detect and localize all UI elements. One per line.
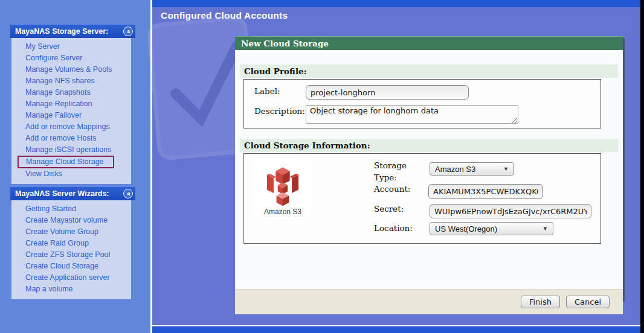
sidebar-item-view-disks[interactable]: View Disks: [11, 168, 131, 180]
cloud-storage-fieldset: Amazon S3 Storage Type: Amazon S3 ▼ Acco…: [243, 153, 601, 244]
secret-caption: Secret:: [374, 204, 404, 214]
sidebar-item-manage-replication[interactable]: Manage Replication: [11, 98, 131, 110]
sidebar: MayaNAS Storage Server: » My ServerConfi…: [0, 0, 150, 333]
cancel-button[interactable]: Cancel: [566, 296, 610, 308]
sidebar-section-wizards: MayaNAS Server Wizards: » Getting Starte…: [10, 186, 135, 299]
cloud-profile-fieldset: Label: Description: Object storage for l…: [243, 79, 601, 128]
dialog-body: Cloud Profile: Label: Description: Objec…: [235, 65, 623, 289]
sidebar-item-manage-nfs-shares[interactable]: Manage NFS shares: [11, 75, 131, 87]
sidebar-item-manage-iscsi-operations[interactable]: Manage iSCSI operations: [11, 144, 131, 156]
account-input[interactable]: [428, 184, 543, 199]
sidebar-item-add-or-remove-mappings[interactable]: Add or remove Mappings: [11, 121, 131, 133]
finish-button[interactable]: Finish: [521, 296, 560, 308]
sidebar-section-header[interactable]: MayaNAS Storage Server: »: [10, 24, 135, 38]
description-textarea[interactable]: Object storage for longhorn data: [306, 105, 518, 124]
sidebar-item-add-or-remove-hosts[interactable]: Add or remove Hosts: [11, 133, 131, 144]
sidebar-item-manage-snapshots[interactable]: Manage Snapshots: [11, 87, 131, 98]
sidebar-item-create-volume-group[interactable]: Create Volume Group: [11, 226, 131, 238]
sidebar-item-getting-started[interactable]: Getting Started: [11, 203, 131, 215]
main-content: Configured Cloud Accounts New Cloud Stor…: [152, 0, 640, 333]
sidebar-item-manage-failover[interactable]: Manage Failover: [11, 110, 131, 121]
amazon-s3-icon: [262, 166, 304, 206]
sidebar-items: My ServerConfigure ServerManage Volumes …: [11, 38, 131, 184]
location-select[interactable]: US West(Oregon) ▼: [430, 222, 553, 235]
location-caption: Location:: [374, 223, 413, 233]
sidebar-item-create-cloud-storage[interactable]: Create Cloud Storage: [11, 261, 131, 272]
location-value: US West(Oregon): [435, 224, 497, 233]
cloud-storage-info-heading: Cloud Storage Information:: [240, 139, 618, 152]
amazon-s3-caption: Amazon S3: [264, 208, 301, 216]
collapse-icon[interactable]: »: [123, 27, 133, 36]
sidebar-item-configure-server[interactable]: Configure Server: [11, 52, 131, 64]
new-cloud-storage-dialog: New Cloud Storage Cloud Profile: Label: …: [235, 36, 623, 300]
sidebar-item-my-server[interactable]: My Server: [11, 41, 131, 52]
sidebar-item-create-zfs-storage-pool[interactable]: Create ZFS Storage Pool: [11, 249, 131, 261]
sidebar-section-title: MayaNAS Server Wizards:: [15, 189, 109, 198]
sidebar-items: Getting StartedCreate Mayastor volumeCre…: [11, 200, 131, 299]
account-caption: Account:: [374, 184, 410, 194]
right-edge-strip: [640, 0, 644, 333]
sidebar-item-create-raid-group[interactable]: Create Raid Group: [11, 238, 131, 249]
dropdown-arrow-icon: ▼: [503, 166, 509, 172]
cloud-profile-heading: Cloud Profile:: [240, 65, 618, 78]
description-caption: Description:: [254, 106, 305, 116]
label-caption: Label:: [254, 86, 280, 96]
sidebar-section-header[interactable]: MayaNAS Server Wizards: »: [10, 186, 135, 200]
sidebar-item-map-a-volume[interactable]: Map a volume: [11, 284, 131, 295]
storage-type-select[interactable]: Amazon S3 ▼: [430, 162, 514, 176]
dropdown-arrow-icon: ▼: [543, 226, 548, 232]
dialog-footer: Finish Cancel: [235, 289, 623, 314]
collapse-icon[interactable]: »: [123, 189, 133, 198]
sidebar-item-create-mayastor-volume[interactable]: Create Mayastor volume: [11, 215, 131, 226]
sidebar-item-create-application-server[interactable]: Create Application server: [11, 272, 131, 284]
page-title: Configured Cloud Accounts: [161, 10, 288, 21]
storage-type-value: Amazon S3: [435, 165, 475, 174]
storage-type-caption: Storage Type:: [374, 160, 420, 183]
bottom-bar: [152, 326, 640, 333]
sidebar-item-manage-volumes-pools[interactable]: Manage Volumes & Pools: [11, 64, 131, 75]
sidebar-item-manage-cloud-storage[interactable]: Manage Cloud Storage: [18, 156, 114, 168]
sidebar-section-title: MayaNAS Storage Server:: [15, 27, 108, 36]
sidebar-section-storage-server: MayaNAS Storage Server: » My ServerConfi…: [10, 24, 135, 184]
secret-input[interactable]: [430, 204, 591, 218]
label-input[interactable]: [306, 85, 469, 100]
top-bar: [152, 0, 640, 7]
mayanas-app-window: MayaNAS Storage Server: » My ServerConfi…: [0, 0, 644, 333]
amazon-s3-logo: Amazon S3: [255, 159, 311, 218]
dialog-title: New Cloud Storage: [235, 36, 623, 50]
